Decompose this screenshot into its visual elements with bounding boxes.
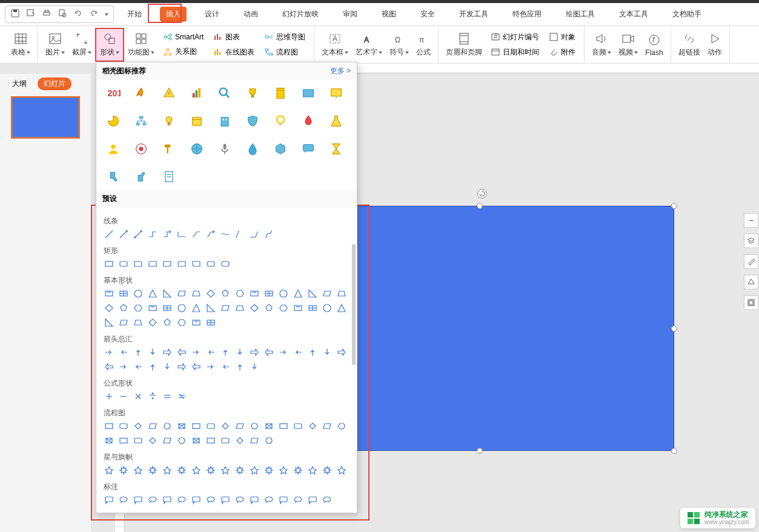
frame-icon[interactable] [744, 295, 758, 310]
rec-notebook-icon[interactable] [272, 85, 289, 102]
tab-视图[interactable]: 视图 [376, 7, 402, 22]
shape-flowchart-23[interactable] [191, 435, 202, 446]
rec-2019-icon[interactable]: 2019 [105, 85, 122, 102]
shape-lines-3[interactable] [147, 229, 158, 240]
shape-basic-31[interactable] [307, 303, 318, 314]
shape-flowchart-10[interactable] [249, 421, 260, 432]
smartart-button[interactable]: SmartArt [161, 31, 206, 43]
rec-idea-icon[interactable] [272, 113, 289, 130]
rec-warning-icon[interactable] [161, 85, 177, 102]
audio-button[interactable]: 音频 [588, 28, 615, 62]
shape-basic-18[interactable] [118, 303, 129, 314]
shape-flowchart-11[interactable] [263, 421, 274, 432]
shape-basic-33[interactable] [336, 303, 347, 314]
rec-calendar-icon[interactable] [188, 113, 205, 130]
shape-callouts-5[interactable] [176, 494, 187, 505]
shape-basic-17[interactable] [104, 303, 114, 314]
tab-slides[interactable]: 幻灯片 [38, 77, 71, 90]
shape-arrows-16[interactable] [336, 347, 347, 358]
shape-rects-1[interactable] [118, 258, 129, 269]
rec-flask-icon[interactable] [328, 113, 345, 130]
shape-arrows-2[interactable] [133, 347, 144, 358]
shape-flowchart-16[interactable] [336, 421, 347, 432]
shape-arrows-12[interactable] [278, 347, 289, 358]
shape-flowchart-8[interactable] [220, 421, 231, 432]
shape-basic-32[interactable] [322, 303, 333, 314]
onlinechart-button[interactable]: 在线图表 [211, 46, 257, 59]
shape-arrows-25[interactable] [220, 361, 231, 372]
shape-flowchart-6[interactable] [191, 421, 202, 432]
headerfooter-button[interactable]: 页眉和页脚 [442, 28, 486, 62]
picture-button[interactable]: 图片 [42, 28, 68, 62]
shape-rects-2[interactable] [133, 258, 144, 269]
rec-trophy-icon[interactable] [244, 85, 261, 102]
shape-basic-3[interactable] [147, 288, 158, 299]
tab-特色应用[interactable]: 特色应用 [506, 7, 548, 22]
rec-board-icon[interactable] [328, 85, 345, 102]
shape-rects-3[interactable] [147, 258, 158, 269]
shape-basic-34[interactable] [104, 317, 114, 328]
shape-arrows-23[interactable] [191, 361, 202, 372]
shape-arrows-8[interactable] [220, 347, 231, 358]
shape-stars-16[interactable] [336, 465, 347, 476]
shape-basic-10[interactable] [249, 288, 260, 299]
shape-callouts-2[interactable] [133, 494, 144, 505]
shape-flowchart-9[interactable] [234, 421, 245, 432]
shape-arrows-27[interactable] [249, 361, 260, 372]
shape-callouts-15[interactable] [322, 494, 333, 505]
shape-basic-12[interactable] [278, 288, 289, 299]
shape-lines-6[interactable] [191, 229, 202, 240]
shape-stars-1[interactable] [118, 465, 129, 476]
rec-pie-icon[interactable] [105, 113, 122, 130]
tab-动画[interactable]: 动画 [237, 7, 264, 22]
shape-basic-9[interactable] [234, 288, 245, 299]
shape-flowchart-5[interactable] [176, 421, 187, 432]
shape-callouts-7[interactable] [205, 494, 216, 505]
shape-arrows-11[interactable] [263, 347, 274, 358]
shape-basic-39[interactable] [176, 317, 187, 328]
shape-basic-24[interactable] [205, 303, 216, 314]
shape-callouts-9[interactable] [234, 494, 245, 505]
shape-flowchart-7[interactable] [205, 421, 216, 432]
pen-icon[interactable] [744, 254, 758, 269]
table-button[interactable]: 表格 [7, 28, 34, 62]
shape-callouts-3[interactable] [147, 494, 158, 505]
shape-flowchart-18[interactable] [118, 435, 129, 446]
shape-stars-4[interactable] [162, 465, 173, 476]
rec-magnify-icon[interactable] [216, 85, 233, 102]
shape-stars-7[interactable] [205, 465, 216, 476]
shape-stars-13[interactable] [293, 465, 303, 476]
shape-callouts-13[interactable] [293, 494, 303, 505]
action-button[interactable]: 动作 [704, 28, 726, 62]
shape-basic-25[interactable] [220, 303, 231, 314]
shape-stars-9[interactable] [234, 465, 245, 476]
mindmap-button[interactable]: 思维导图 [262, 31, 308, 44]
shape-basic-40[interactable] [191, 317, 202, 328]
shape-flowchart-22[interactable] [176, 435, 187, 446]
tab-插入[interactable]: 插入 [160, 7, 187, 22]
flowchart-button[interactable]: 流程图 [262, 46, 308, 59]
shape-flowchart-4[interactable] [162, 421, 173, 432]
redo-icon[interactable] [89, 8, 99, 20]
shape-callouts-14[interactable] [307, 494, 318, 505]
shape-basic-37[interactable] [147, 317, 158, 328]
shape-callouts-0[interactable] [104, 494, 114, 505]
save-icon[interactable] [10, 8, 20, 20]
shape-basic-30[interactable] [293, 303, 303, 314]
shape-arrows-18[interactable] [118, 361, 129, 372]
shape-arrows-10[interactable] [249, 347, 260, 358]
shape-rects-7[interactable] [205, 258, 216, 269]
shape-stars-14[interactable] [307, 465, 318, 476]
shape-basic-8[interactable] [220, 288, 231, 299]
shape-stars-6[interactable] [191, 465, 202, 476]
smartgraphic-button[interactable]: 功能图 [124, 28, 158, 62]
shape-lines-4[interactable] [162, 229, 173, 240]
shape-basic-13[interactable] [293, 288, 303, 299]
symbol-button[interactable]: Ω符号 [386, 28, 413, 62]
shape-callouts-10[interactable] [249, 494, 260, 505]
shape-tool-icon[interactable] [744, 275, 758, 289]
shape-lines-11[interactable] [263, 229, 274, 240]
hyperlink-button[interactable]: 超链接 [675, 28, 704, 62]
more-link[interactable]: 更多 > [330, 66, 351, 76]
object-button[interactable]: 对象 [546, 31, 578, 44]
